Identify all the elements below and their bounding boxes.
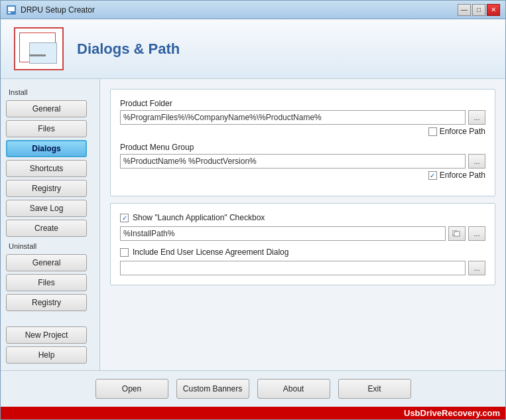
svg-rect-2 (8, 12, 11, 13)
close-button[interactable]: ✕ (487, 4, 500, 16)
sidebar-item-registry[interactable]: Registry (6, 180, 87, 197)
minimize-button[interactable]: — (458, 4, 471, 16)
product-folder-row: Product Folder ... Enforce Path (120, 99, 485, 136)
install-section-label: Install (9, 88, 94, 96)
maximize-button[interactable]: □ (472, 4, 485, 16)
product-menu-browse[interactable]: ... (468, 154, 485, 169)
eula-input[interactable] (120, 261, 466, 275)
sidebar-item-create[interactable]: Create (6, 220, 87, 237)
eula-browse[interactable]: ... (468, 261, 485, 275)
show-launch-checkbox[interactable] (120, 214, 129, 222)
about-button[interactable]: About (257, 379, 330, 399)
eula-checkbox[interactable] (120, 248, 129, 257)
window-controls: — □ ✕ (458, 4, 500, 16)
enforce-path-2-row: Enforce Path (120, 171, 485, 180)
sidebar-item-shortcuts[interactable]: Shortcuts (6, 160, 87, 177)
title-bar-text: DRPU Setup Creator (21, 5, 458, 15)
sidebar-item-uninstall-general[interactable]: General (6, 254, 87, 271)
bottom-bar: Open Custom Banners About Exit (1, 370, 505, 407)
show-launch-row: Show "Launch Application" Checkbox (120, 213, 485, 222)
eula-row: Include End User License Agreement Dialo… (120, 247, 485, 257)
title-bar: DRPU Setup Creator — □ ✕ (1, 1, 505, 19)
enforce-path-1-label: Enforce Path (440, 127, 485, 136)
content-area: Product Folder ... Enforce Path Product … (100, 79, 505, 370)
enforce-path-2-checkbox[interactable] (428, 171, 437, 180)
product-menu-input-row: ... (120, 154, 485, 169)
open-button[interactable]: Open (95, 379, 168, 399)
new-project-button[interactable]: New Project (6, 326, 87, 344)
enforce-path-1-checkbox[interactable] (428, 127, 437, 136)
eula-input-row: ... (120, 261, 485, 275)
custom-banners-button[interactable]: Custom Banners (176, 379, 249, 399)
sidebar-item-uninstall-files[interactable]: Files (6, 274, 87, 291)
path-panel: Product Folder ... Enforce Path Product … (110, 89, 495, 196)
main-content: Install General Files Dialogs Shortcuts … (1, 79, 505, 370)
product-menu-label: Product Menu Group (120, 143, 485, 152)
install-path-browse[interactable]: ... (468, 226, 485, 241)
help-button[interactable]: Help (6, 346, 87, 364)
sidebar-item-savelog[interactable]: Save Log (6, 200, 87, 217)
enforce-path-2-label: Enforce Path (440, 171, 485, 180)
app-icon (6, 5, 17, 15)
sidebar: Install General Files Dialogs Shortcuts … (1, 79, 100, 370)
watermark: UsbDriveRecovery.com (1, 407, 505, 419)
show-launch-label: Show "Launch Application" Checkbox (133, 213, 265, 222)
app-logo (14, 27, 64, 70)
product-menu-input[interactable] (120, 154, 466, 169)
uninstall-section-label: Uninstall (9, 242, 94, 250)
enforce-path-1-row: Enforce Path (120, 127, 485, 136)
product-folder-input-row: ... (120, 110, 485, 125)
launch-panel: Show "Launch Application" Checkbox ... (110, 203, 495, 285)
sidebar-item-general[interactable]: General (6, 100, 87, 117)
product-folder-label: Product Folder (120, 99, 485, 108)
product-folder-browse[interactable]: ... (468, 110, 485, 125)
exit-button[interactable]: Exit (338, 379, 411, 399)
install-path-row: ... (120, 226, 485, 241)
main-window: DRPU Setup Creator — □ ✕ Dialogs & Path … (0, 0, 506, 420)
sidebar-item-uninstall-registry[interactable]: Registry (6, 294, 87, 311)
install-path-input[interactable] (120, 226, 446, 241)
header: Dialogs & Path (1, 19, 505, 79)
svg-rect-4 (454, 232, 460, 236)
svg-rect-1 (8, 7, 15, 11)
product-folder-input[interactable] (120, 110, 466, 125)
product-menu-row: Product Menu Group ... Enforce Path (120, 143, 485, 180)
page-title: Dialogs & Path (77, 40, 180, 58)
eula-label: Include End User License Agreement Dialo… (133, 247, 288, 257)
sidebar-item-files[interactable]: Files (6, 120, 87, 137)
sidebar-bottom: New Project Help (6, 326, 94, 364)
install-path-small-btn[interactable] (448, 226, 466, 241)
sidebar-item-dialogs[interactable]: Dialogs (6, 140, 87, 157)
